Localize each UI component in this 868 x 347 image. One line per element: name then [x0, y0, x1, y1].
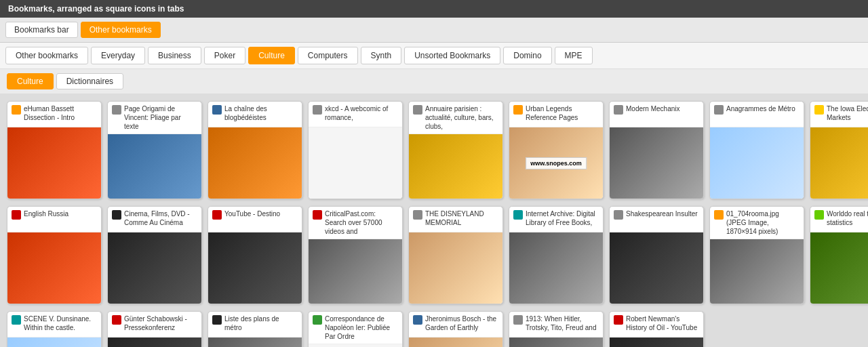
nav-tab-mpe[interactable]: MPE — [555, 47, 593, 64]
bookmark-card[interactable]: SCENE V. Dunsinane. Within the castle. — [7, 311, 102, 347]
bookmark-card[interactable]: Urban Legends Reference Pageswww.snopes.… — [509, 101, 604, 199]
bookmark-title-text: Anagrammes de Métro — [726, 104, 795, 113]
nav-tab-unsorted-bookmarks[interactable]: Unsorted Bookmarks — [404, 47, 500, 64]
bookmark-title: Internet Archive: Digital Library of Fre… — [509, 207, 603, 232]
preview-inner — [810, 232, 868, 304]
bookmark-favicon — [714, 210, 724, 220]
bookmark-favicon — [112, 315, 121, 325]
bookmark-preview — [610, 338, 703, 347]
bookmark-favicon — [313, 105, 322, 115]
nav-tab-domino[interactable]: Domino — [503, 47, 551, 64]
bookmark-title: CriticalPast.com: Search over 57000 vide… — [309, 207, 402, 239]
bookmark-title-text: Cinema, Films, DVD - Comme Au Cinéma — [124, 209, 197, 227]
bookmark-title: Modern Mechanix — [610, 102, 703, 127]
other-bookmarks-tab[interactable]: Other bookmarks — [81, 22, 161, 38]
bookmark-preview — [509, 232, 603, 304]
bookmark-card[interactable]: Jheronimus Bosch - the Garden of Earthly — [408, 311, 503, 347]
preview-inner — [208, 338, 302, 347]
bookmark-preview — [7, 127, 101, 199]
bookmark-favicon — [513, 105, 523, 115]
bookmark-title: Cinema, Films, DVD - Comme Au Cinéma — [108, 207, 201, 232]
bookmark-card[interactable]: Annuaire parisien : actualité, culture, … — [408, 101, 503, 199]
bookmark-title: Correspondance de Napoléon Ier: Publiée … — [309, 312, 402, 344]
preview-inner — [610, 127, 703, 199]
nav-tab-computers[interactable]: Computers — [298, 47, 358, 64]
nav-tab-culture[interactable]: Culture — [248, 47, 295, 64]
bookmarks-row-1: English RussiaCinema, Films, DVD - Comme… — [7, 206, 861, 304]
bookmark-title: 1913: When Hitler, Trotsky, Tito, Freud … — [509, 312, 603, 338]
bookmark-title-text: CriticalPast.com: Search over 57000 vide… — [325, 209, 398, 236]
nav-tab-poker[interactable]: Poker — [204, 47, 245, 64]
bookmark-card[interactable]: xkcd - A webcomic of romance, — [308, 101, 403, 199]
bookmark-preview — [309, 239, 402, 304]
bookmark-favicon — [413, 210, 422, 220]
nav-tab-synth[interactable]: Synth — [361, 47, 402, 64]
preview-inner — [710, 239, 804, 304]
nav-bar: Other bookmarksEverydayBusinessPokerCult… — [0, 43, 868, 69]
bookmark-card[interactable]: Shakespearean Insulter — [609, 206, 704, 304]
bookmark-card[interactable]: La chaîne des blogbédéistes — [208, 101, 302, 199]
bookmark-title: The Iowa Electronic Markets — [810, 102, 868, 127]
bookmark-favicon — [614, 210, 623, 220]
nav-tab-everyday[interactable]: Everyday — [91, 47, 145, 64]
bookmark-card[interactable]: Page Origami de Vincent: Pliage par text… — [107, 101, 202, 199]
bookmark-card[interactable]: Cinema, Films, DVD - Comme Au Cinéma — [107, 206, 202, 304]
preview-inner — [409, 338, 502, 347]
preview-inner — [509, 338, 603, 347]
preview-inner — [108, 134, 201, 199]
preview-inner — [108, 232, 201, 304]
bookmark-title: YouTube - Destino — [208, 207, 302, 232]
bookmark-card[interactable]: Anagrammes de Métro — [709, 101, 804, 199]
bookmark-favicon — [513, 315, 523, 325]
bookmark-card[interactable]: eHuman Bassett Dissection - Intro — [7, 101, 102, 199]
bookmark-card[interactable]: Liste des plans de métro — [208, 311, 302, 347]
bookmark-title-text: Modern Mechanix — [626, 104, 679, 113]
bookmark-title-text: YouTube - Destino — [224, 209, 280, 218]
bookmark-favicon — [212, 105, 222, 115]
bookmark-title: Annuaire parisien : actualité, culture, … — [409, 102, 502, 134]
bookmark-card[interactable]: Correspondance de Napoléon Ier: Publiée … — [308, 311, 403, 347]
bookmark-title: English Russia — [7, 207, 101, 232]
bookmark-favicon — [413, 315, 422, 325]
bookmark-favicon — [714, 105, 724, 115]
bookmark-card[interactable]: CriticalPast.com: Search over 57000 vide… — [308, 206, 403, 304]
bookmark-card[interactable]: Worlddo real time statistics — [810, 206, 868, 304]
bookmark-card[interactable]: English Russia — [7, 206, 102, 304]
bookmark-title-text: THE DISNEYLAND MEMORIAL — [425, 209, 498, 227]
bookmark-title-text: Liste des plans de métro — [224, 314, 298, 332]
top-bar: Bookmarks, arranged as square icons in t… — [0, 0, 868, 18]
bookmark-card[interactable]: 1913: When Hitler, Trotsky, Tito, Freud … — [509, 311, 604, 347]
bookmark-preview — [610, 127, 703, 199]
sub-tab-dictionnaires[interactable]: Dictionnaires — [56, 73, 123, 89]
bookmark-card[interactable]: YouTube - Destino — [208, 206, 302, 304]
bookmark-title: SCENE V. Dunsinane. Within the castle. — [7, 312, 101, 338]
bookmark-title: Worlddo real time statistics — [810, 207, 868, 232]
bookmark-card[interactable]: Günter Schabowski - Pressekonferenz — [107, 311, 202, 347]
bookmark-card[interactable]: Internet Archive: Digital Library of Fre… — [509, 206, 604, 304]
bookmark-preview — [409, 232, 502, 304]
bookmark-title-text: Shakespearean Insulter — [626, 209, 698, 218]
bookmark-preview — [610, 232, 703, 304]
bookmark-card[interactable]: Modern Mechanix — [609, 101, 704, 199]
preview-inner — [610, 338, 703, 347]
nav-tab-business[interactable]: Business — [148, 47, 201, 64]
bookmark-favicon — [513, 210, 523, 220]
bookmark-title-text: Internet Archive: Digital Library of Fre… — [526, 209, 599, 227]
bookmark-preview — [108, 232, 201, 304]
bookmark-favicon — [313, 210, 322, 220]
bookmark-card[interactable]: Robert Newman's History of Oil - YouTube — [609, 311, 704, 347]
bookmark-favicon — [614, 105, 623, 115]
bookmark-favicon — [212, 210, 222, 220]
bookmark-title-text: Robert Newman's History of Oil - YouTube — [626, 314, 699, 332]
preview-inner — [409, 232, 502, 304]
bookmark-preview — [309, 127, 402, 199]
sub-tab-culture[interactable]: Culture — [7, 73, 54, 89]
nav-tab-other-bookmarks[interactable]: Other bookmarks — [5, 47, 88, 64]
bookmark-card[interactable]: 01_704rooma.jpg (JPEG Image, 1870×914 pi… — [709, 206, 804, 304]
bookmarks-bar-tab[interactable]: Bookmarks bar — [5, 22, 78, 38]
bookmark-favicon — [12, 210, 21, 220]
bookmark-title: Page Origami de Vincent: Pliage par text… — [108, 102, 201, 134]
bookmark-card[interactable]: THE DISNEYLAND MEMORIAL — [408, 206, 503, 304]
bookmark-card[interactable]: The Iowa Electronic Markets — [810, 101, 868, 199]
bookmark-title: Urban Legends Reference Pages — [509, 102, 603, 127]
